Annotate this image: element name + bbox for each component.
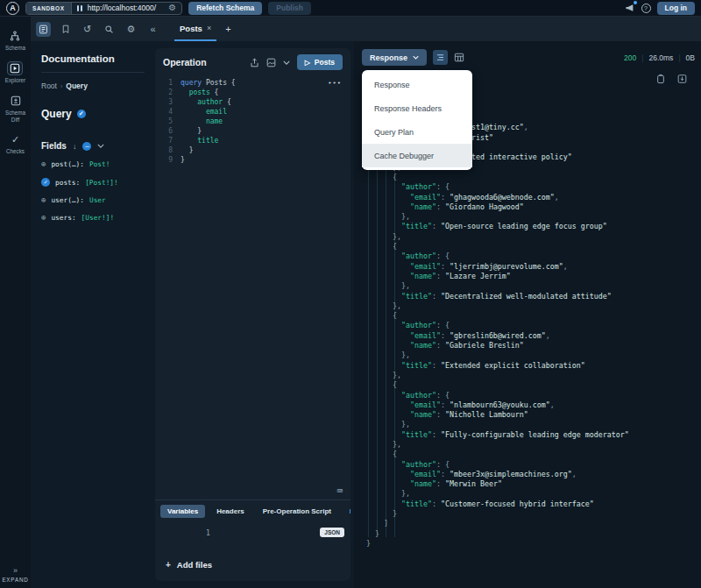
- type-heading: Query ✓: [41, 108, 145, 120]
- code-line: 4 email: [155, 107, 350, 117]
- play-icon: ▷: [305, 59, 310, 67]
- operation-header: Operation ▷ Posts: [155, 48, 350, 76]
- operation-tab-pre-operation-script[interactable]: Pre-Operation Script: [256, 505, 338, 518]
- breadcrumb-root[interactable]: Root: [41, 81, 57, 90]
- response-actions: [656, 74, 687, 84]
- explorer-icon: [7, 61, 23, 75]
- formatted-view-icon[interactable]: [433, 50, 448, 65]
- breadcrumb-current: Query: [66, 81, 88, 90]
- expand-rail-button[interactable]: » EXPAND: [0, 566, 31, 583]
- publish-button[interactable]: Publish: [268, 2, 311, 15]
- copy-response-icon[interactable]: [656, 74, 665, 84]
- field-selected-check-icon[interactable]: ✓: [41, 178, 50, 187]
- table-view-icon[interactable]: [454, 53, 464, 62]
- chevron-down-icon: [413, 55, 419, 60]
- schema-diff-icon: [8, 94, 24, 108]
- response-panel: Response 200 | 26.0ms | 0B: [354, 41, 701, 588]
- documentation-title: Documentation: [41, 53, 145, 73]
- field-add-icon[interactable]: ⊕: [41, 214, 46, 222]
- schema-icon: [7, 29, 23, 43]
- field-row[interactable]: ⊕users:[User!]!: [41, 214, 145, 222]
- settings-gear-icon[interactable]: ⚙: [124, 22, 138, 37]
- menu-item-cache-debugger[interactable]: Cache Debugger: [362, 144, 472, 167]
- keyboard-shortcuts-icon[interactable]: ⌨: [336, 485, 343, 497]
- response-view-dropdown: Response Response Headers Query Plan Cac…: [362, 70, 472, 170]
- json-mode-badge[interactable]: JSON: [320, 528, 344, 537]
- menu-item-response[interactable]: Response: [362, 73, 472, 96]
- response-view-selector[interactable]: Response: [362, 49, 427, 66]
- help-icon[interactable]: ?: [641, 4, 651, 13]
- field-row[interactable]: ✓posts:[Post!]!: [41, 178, 145, 187]
- code-line: 6 }: [155, 126, 350, 136]
- run-operation-button[interactable]: ▷ Posts: [297, 54, 343, 70]
- search-icon[interactable]: [102, 22, 117, 37]
- menu-item-response-headers[interactable]: Response Headers: [362, 96, 472, 120]
- refetch-schema-button[interactable]: Refetch Schema: [188, 2, 262, 15]
- endpoint-url-input[interactable]: http://localhost:4000/: [88, 4, 163, 12]
- connection-settings-gear-icon[interactable]: ⚙: [163, 4, 181, 12]
- sort-arrow-icon[interactable]: ↓: [73, 142, 77, 151]
- sidebar-item-schema[interactable]: Schema: [5, 29, 25, 52]
- share-operation-icon[interactable]: [250, 58, 259, 67]
- new-tab-button[interactable]: +: [225, 24, 230, 34]
- plus-icon: +: [166, 560, 171, 570]
- sandbox-badge: SANDBOX: [26, 3, 72, 14]
- tab-posts[interactable]: Posts ×: [174, 17, 216, 41]
- variables-line-number: 1: [206, 529, 210, 537]
- expand-chevron-icon: »: [0, 566, 31, 575]
- code-line: 7 title: [155, 136, 350, 145]
- response-status: 200 | 26.0ms | 0B: [624, 53, 695, 62]
- login-button[interactable]: Log in: [657, 2, 696, 15]
- sidebar-item-checks[interactable]: ✓ Checks: [6, 132, 25, 155]
- operation-tab-headers[interactable]: Headers: [209, 505, 251, 518]
- field-add-icon[interactable]: ⊕: [41, 196, 46, 204]
- code-line: 3 author {: [155, 97, 350, 107]
- variables-editor[interactable]: 1 JSON: [155, 522, 350, 560]
- operation-bottom-tabs: VariablesHeadersPre-Operation ScriptPost…: [155, 499, 350, 522]
- bookmark-icon[interactable]: [58, 22, 73, 37]
- operation-tab-post-operation-script[interactable]: Post-Operation Script: [343, 505, 350, 518]
- apollo-logo-icon[interactable]: A: [6, 2, 19, 15]
- fields-chevron-icon[interactable]: [97, 144, 104, 148]
- apollo-sandbox-app: A SANDBOX http://localhost:4000/ ⚙ Refet…: [0, 0, 701, 588]
- deselect-all-icon[interactable]: –: [82, 142, 91, 151]
- breadcrumb: Root › Query: [41, 81, 145, 90]
- menu-item-query-plan[interactable]: Query Plan: [362, 120, 472, 144]
- response-header: Response 200 | 26.0ms | 0B: [362, 49, 695, 66]
- gist-icon[interactable]: [266, 58, 276, 67]
- response-duration: 26.0ms: [649, 53, 674, 62]
- response-size: 0B: [686, 53, 695, 62]
- status-code: 200: [624, 53, 636, 62]
- run-options-chevron-icon[interactable]: [283, 60, 290, 65]
- code-line: 2 posts {: [155, 88, 350, 97]
- tab-close-icon[interactable]: ×: [207, 24, 211, 32]
- sidebar-item-explorer[interactable]: Explorer: [5, 61, 25, 84]
- field-add-icon[interactable]: ⊕: [41, 160, 46, 168]
- operation-panel: Operation ▷ Posts 1query Po: [155, 48, 350, 581]
- code-line: 1query Posts {: [155, 78, 350, 88]
- history-icon[interactable]: ↺: [80, 22, 95, 37]
- code-line: 8 }: [155, 145, 350, 155]
- field-row[interactable]: ⊕post(…):Post!: [41, 160, 145, 168]
- top-bar: A SANDBOX http://localhost:4000/ ⚙ Refet…: [0, 0, 701, 17]
- endpoint-url-group: SANDBOX http://localhost:4000/ ⚙: [25, 2, 182, 15]
- sidebar-item-schema-diff[interactable]: Schema Diff: [3, 94, 29, 124]
- operation-editor[interactable]: 1query Posts {2 posts {3 author {4 email…: [155, 76, 350, 499]
- fields-header: Fields ↓ –: [41, 141, 145, 151]
- code-line: 5 name: [155, 117, 350, 126]
- collapse-panel-icon[interactable]: «: [145, 22, 160, 37]
- checks-icon: ✓: [8, 132, 24, 146]
- add-files-button[interactable]: + Add files: [155, 560, 350, 581]
- explorer-toolbar: ↺ ⚙ « Posts × +: [31, 17, 701, 41]
- documentation-panel-icon[interactable]: [36, 22, 51, 37]
- field-row[interactable]: ⊕user(…):User: [41, 196, 145, 204]
- operation-tab-variables[interactable]: Variables: [160, 505, 205, 518]
- announcements-icon[interactable]: [625, 3, 635, 13]
- left-rail: Schema Explorer Schema Diff ✓ Checks » E…: [0, 17, 31, 588]
- type-check-icon[interactable]: ✓: [77, 110, 86, 118]
- download-response-icon[interactable]: [677, 74, 687, 84]
- pause-polling-icon[interactable]: [77, 5, 82, 11]
- operation-menu-icon[interactable]: •••: [328, 80, 342, 87]
- breadcrumb-separator-icon: ›: [60, 83, 62, 89]
- code-line: 9}: [155, 155, 350, 165]
